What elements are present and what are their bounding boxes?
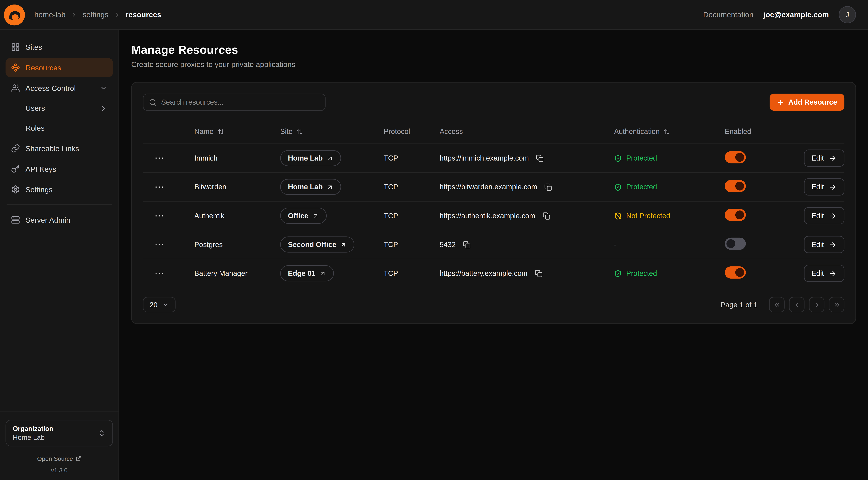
copy-icon[interactable] bbox=[534, 268, 544, 278]
page-size-select[interactable]: 20 bbox=[143, 297, 176, 312]
site-link[interactable]: Home Lab bbox=[280, 179, 341, 195]
column-header-name[interactable]: Name bbox=[194, 127, 280, 136]
first-page-button[interactable] bbox=[769, 297, 784, 312]
copy-icon[interactable] bbox=[535, 153, 545, 163]
sort-icon bbox=[217, 128, 224, 135]
table-row: ⋯ Postgres Second Office TCP 5432 - bbox=[143, 230, 844, 259]
edit-button[interactable]: Edit bbox=[804, 236, 844, 253]
organization-value: Home Lab bbox=[13, 434, 98, 442]
documentation-link[interactable]: Documentation bbox=[703, 10, 753, 19]
column-header-authentication[interactable]: Authentication bbox=[614, 127, 725, 136]
search-input[interactable] bbox=[143, 94, 326, 111]
breadcrumb-org[interactable]: home-lab bbox=[34, 10, 65, 19]
arrow-right-icon bbox=[829, 212, 837, 219]
page-subtitle: Create secure proxies to your private ap… bbox=[131, 60, 856, 69]
edit-button[interactable]: Edit bbox=[804, 150, 844, 167]
resource-protocol: TCP bbox=[384, 269, 440, 277]
enabled-toggle[interactable] bbox=[725, 151, 746, 163]
user-email[interactable]: joe@example.com bbox=[764, 10, 829, 19]
app-logo-icon[interactable] bbox=[4, 4, 25, 25]
sidebar-item-users[interactable]: Users bbox=[6, 99, 113, 117]
external-link-icon bbox=[340, 241, 347, 248]
enabled-toggle[interactable] bbox=[725, 266, 746, 278]
open-source-label: Open Source bbox=[37, 455, 73, 462]
auth-status: Not Protected bbox=[614, 212, 725, 220]
sidebar-item-settings[interactable]: Settings bbox=[6, 180, 113, 199]
avatar[interactable]: J bbox=[839, 6, 856, 23]
enabled-toggle[interactable] bbox=[725, 180, 746, 192]
table-header: Name Site Protocol Access bbox=[143, 123, 844, 143]
external-link-icon bbox=[319, 270, 326, 277]
row-menu-button[interactable]: ⋯ bbox=[151, 239, 168, 249]
external-link-icon bbox=[76, 456, 82, 461]
sidebar-item-roles[interactable]: Roles bbox=[6, 119, 113, 138]
resource-access-url[interactable]: https://immich.example.com bbox=[440, 154, 529, 162]
table-row: ⋯ Immich Home Lab TCP https://immich.exa… bbox=[143, 144, 844, 172]
resource-protocol: TCP bbox=[384, 154, 440, 162]
row-menu-button[interactable]: ⋯ bbox=[151, 268, 168, 278]
copy-icon[interactable] bbox=[544, 182, 553, 192]
sidebar-divider bbox=[7, 204, 112, 205]
edit-button[interactable]: Edit bbox=[804, 207, 844, 224]
arrow-right-icon bbox=[829, 154, 837, 162]
site-link[interactable]: Home Lab bbox=[280, 150, 341, 166]
sidebar-item-label: Roles bbox=[26, 124, 45, 132]
open-source-link[interactable]: Open Source bbox=[6, 455, 113, 462]
resource-protocol: TCP bbox=[384, 240, 440, 249]
site-link[interactable]: Second Office bbox=[280, 237, 354, 253]
auth-status: Protected bbox=[614, 183, 725, 191]
next-page-button[interactable] bbox=[809, 297, 825, 312]
edit-button[interactable]: Edit bbox=[804, 265, 844, 282]
users-icon bbox=[11, 84, 20, 92]
previous-page-button[interactable] bbox=[789, 297, 805, 312]
sidebar-item-label: Server Admin bbox=[26, 216, 70, 224]
resource-access-port[interactable]: 5432 bbox=[440, 240, 456, 249]
chevron-down-icon bbox=[100, 84, 107, 92]
column-header-site[interactable]: Site bbox=[280, 127, 383, 136]
link-icon bbox=[11, 144, 20, 153]
row-menu-button[interactable]: ⋯ bbox=[151, 182, 168, 192]
resource-name: Immich bbox=[194, 154, 280, 162]
sidebar-item-api-keys[interactable]: API Keys bbox=[6, 159, 113, 178]
page-info: Page 1 of 1 bbox=[720, 300, 757, 309]
sidebar-item-sites[interactable]: Sites bbox=[6, 38, 113, 57]
table-footer: 20 Page 1 of 1 bbox=[143, 287, 844, 312]
last-page-button[interactable] bbox=[829, 297, 844, 312]
row-menu-button[interactable]: ⋯ bbox=[151, 211, 168, 221]
enabled-toggle[interactable] bbox=[725, 209, 746, 221]
add-resource-button[interactable]: Add Resource bbox=[770, 94, 844, 111]
copy-icon[interactable] bbox=[462, 239, 472, 249]
gear-icon bbox=[11, 185, 20, 194]
version-label: v1.3.0 bbox=[6, 467, 113, 474]
shield-off-icon bbox=[614, 212, 622, 219]
auth-status: Protected bbox=[614, 154, 725, 162]
resources-table: Name Site Protocol Access bbox=[143, 123, 844, 288]
breadcrumb-settings[interactable]: settings bbox=[83, 10, 108, 19]
sidebar-nav: Sites Resources Access Control bbox=[6, 38, 113, 411]
chevron-right-icon bbox=[114, 11, 121, 18]
sidebar-item-resources[interactable]: Resources bbox=[6, 58, 113, 77]
arrow-right-icon bbox=[829, 241, 837, 248]
sidebar-item-shareable-links[interactable]: Shareable Links bbox=[6, 139, 113, 158]
row-menu-button[interactable]: ⋯ bbox=[151, 153, 168, 163]
pagination: Page 1 of 1 bbox=[720, 297, 844, 312]
copy-icon[interactable] bbox=[541, 211, 551, 221]
sidebar-item-access-control[interactable]: Access Control bbox=[6, 79, 113, 97]
site-link[interactable]: Office bbox=[280, 208, 327, 224]
sidebar: Sites Resources Access Control bbox=[0, 30, 119, 480]
external-link-icon bbox=[312, 212, 319, 219]
organization-selector[interactable]: Organization Home Lab bbox=[6, 420, 113, 446]
resource-access-url[interactable]: https://bitwarden.example.com bbox=[440, 183, 537, 191]
sort-icon bbox=[297, 128, 303, 135]
chevron-down-icon bbox=[162, 301, 169, 308]
resource-access-url[interactable]: https://authentik.example.com bbox=[440, 212, 535, 220]
external-link-icon bbox=[327, 183, 333, 190]
arrow-right-icon bbox=[829, 183, 837, 191]
sidebar-item-label: Access Control bbox=[26, 84, 76, 92]
site-link[interactable]: Edge 01 bbox=[280, 265, 334, 281]
breadcrumb-current: resources bbox=[126, 10, 161, 19]
edit-button[interactable]: Edit bbox=[804, 178, 844, 196]
sidebar-item-server-admin[interactable]: Server Admin bbox=[6, 210, 113, 229]
resource-access-url[interactable]: https://battery.example.com bbox=[440, 269, 528, 277]
enabled-toggle[interactable] bbox=[725, 238, 746, 250]
